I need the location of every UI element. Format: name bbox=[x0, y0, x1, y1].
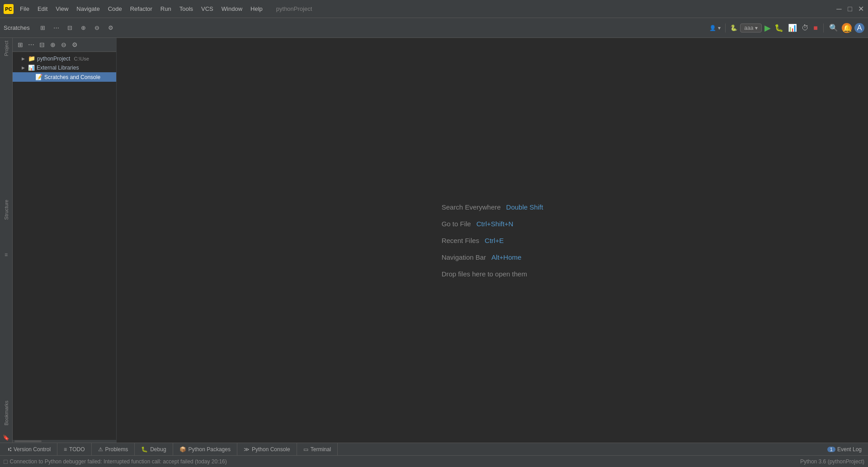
menu-run[interactable]: Run bbox=[157, 4, 175, 14]
tab-label-terminal: Terminal bbox=[311, 446, 331, 453]
horizontal-scrollbar[interactable] bbox=[14, 440, 42, 442]
minimize-button[interactable]: ─ bbox=[835, 5, 843, 13]
terminal-icon: ▭ bbox=[303, 446, 308, 453]
menu-refactor[interactable]: Refactor bbox=[127, 4, 156, 14]
close-button[interactable]: ✕ bbox=[857, 5, 864, 13]
project-panel: ⊞ ⋯ ⊟ ⊕ ⊖ ⚙ ▶ 📁 pythonProject C:\Use ▶ 📊… bbox=[13, 38, 117, 443]
folder-icon-python: 📁 bbox=[28, 55, 35, 62]
hint-shortcut-nav[interactable]: Alt+Home bbox=[491, 253, 521, 261]
sidebar-icon-1[interactable]: ≡ bbox=[5, 252, 8, 258]
tree-item-pythonproject[interactable]: ▶ 📁 pythonProject C:\Use bbox=[13, 54, 116, 63]
warning-icon: □ bbox=[4, 458, 7, 465]
tab-version-control[interactable]: ⑆ Version Control bbox=[2, 443, 57, 455]
user-badge: 👤 ▾ bbox=[709, 25, 721, 31]
user-dropdown-chevron: ▾ bbox=[718, 25, 721, 31]
panel-layout-button[interactable]: ⊞ bbox=[15, 40, 25, 50]
notifications-button[interactable]: 🔔 bbox=[842, 23, 852, 33]
editor-area[interactable]: Search Everywhere Double Shift Go to Fil… bbox=[117, 38, 868, 443]
bookmark-icon[interactable]: 🔖 bbox=[3, 434, 9, 441]
tab-problems[interactable]: ⚠ Problems bbox=[92, 443, 135, 455]
panel-expand-button[interactable]: ⊕ bbox=[48, 40, 58, 50]
tab-label-todo: TODO bbox=[69, 446, 85, 453]
menu-navigate[interactable]: Navigate bbox=[73, 4, 103, 14]
tree-label-scratches-console: Scratches and Console bbox=[44, 74, 100, 80]
python-packages-icon: 📦 bbox=[179, 446, 186, 453]
menu-vcs[interactable]: VCS bbox=[198, 4, 217, 14]
welcome-hints: Search Everywhere Double Shift Go to Fil… bbox=[442, 203, 543, 278]
project-title: pythonProject bbox=[276, 5, 312, 12]
collapse-all-button[interactable]: ⊟ bbox=[64, 22, 76, 34]
scratches-label: Scratches bbox=[4, 24, 30, 31]
scratches-icon: 📝 bbox=[35, 74, 42, 80]
hint-drop-files: Drop files here to open them bbox=[442, 270, 543, 278]
sidebar-item-bookmarks[interactable]: Bookmarks bbox=[2, 398, 10, 428]
tree-label-pythonproject: pythonProject bbox=[37, 56, 70, 62]
tab-todo[interactable]: ≡ TODO bbox=[57, 443, 91, 455]
debug-button[interactable]: 🐛 bbox=[774, 23, 784, 33]
tab-python-packages[interactable]: 📦 Python Packages bbox=[173, 443, 237, 455]
user-icon: 👤 bbox=[709, 25, 716, 31]
panel-dots-button[interactable]: ⋯ bbox=[26, 40, 36, 50]
maximize-button[interactable]: □ bbox=[846, 5, 854, 13]
app-icon: PC bbox=[4, 4, 14, 14]
menu-edit[interactable]: Edit bbox=[34, 4, 51, 14]
python-version-label[interactable]: Python 3.6 (pythonProject) bbox=[800, 458, 864, 465]
event-log-button[interactable]: 1 Event Log bbox=[823, 444, 866, 454]
panel-minus-button[interactable]: ⊖ bbox=[59, 40, 69, 50]
menu-help[interactable]: Help bbox=[247, 4, 266, 14]
coverage-button[interactable]: 📊 bbox=[787, 23, 798, 33]
menu-view[interactable]: View bbox=[52, 4, 72, 14]
tree-label-external-libraries: External Libraries bbox=[37, 65, 79, 71]
minus-button[interactable]: ⊖ bbox=[91, 22, 103, 34]
tab-label-version-control: Version Control bbox=[14, 446, 51, 453]
hint-text-drop: Drop files here to open them bbox=[442, 270, 527, 278]
hint-search-everywhere: Search Everywhere Double Shift bbox=[442, 203, 543, 211]
tree-item-external-libraries[interactable]: ▶ 📊 External Libraries bbox=[13, 63, 116, 72]
main-layout: Project Structure ≡ Bookmarks 🔖 ⊞ ⋯ ⊟ ⊕ … bbox=[0, 38, 868, 443]
tree-area: ▶ 📁 pythonProject C:\Use ▶ 📊 External Li… bbox=[13, 52, 116, 440]
run-button[interactable]: ▶ bbox=[764, 23, 771, 33]
menu-file[interactable]: File bbox=[16, 4, 33, 14]
dots-button[interactable]: ⋯ bbox=[51, 22, 62, 34]
panel-settings-button[interactable]: ⚙ bbox=[70, 40, 80, 50]
hint-text-nav: Navigation Bar bbox=[442, 253, 486, 261]
tab-debug[interactable]: 🐛 Debug bbox=[135, 443, 173, 455]
sidebar-item-project[interactable]: Project bbox=[2, 38, 10, 59]
expand-button[interactable]: ⊕ bbox=[78, 22, 90, 34]
tree-item-scratches-console[interactable]: 📝 Scratches and Console bbox=[13, 72, 116, 82]
run-config-chevron: ▾ bbox=[755, 25, 758, 31]
panel-toolbar: ⊞ ⋯ ⊟ ⊕ ⊖ ⚙ bbox=[13, 38, 116, 52]
right-toolbar: 👤 ▾ 🐍 aaa ▾ ▶ 🐛 📊 ⏱ ■ 🔍 🔔 A bbox=[709, 23, 864, 33]
status-warning-text: Connection to Python debugger failed: In… bbox=[9, 458, 226, 465]
hint-nav-bar: Navigation Bar Alt+Home bbox=[442, 253, 543, 261]
tab-python-console[interactable]: ≫ Python Console bbox=[237, 443, 297, 455]
settings-button[interactable]: ⚙ bbox=[105, 22, 117, 34]
problems-icon: ⚠ bbox=[98, 446, 103, 453]
menu-window[interactable]: Window bbox=[218, 4, 246, 14]
debug-icon: 🐛 bbox=[141, 446, 148, 453]
hint-shortcut-search[interactable]: Double Shift bbox=[506, 203, 543, 211]
title-bar: PC File Edit View Navigate Code Refactor… bbox=[0, 0, 868, 18]
tree-path-pythonproject: C:\Use bbox=[74, 56, 89, 61]
bottom-tabs-bar: ⑆ Version Control ≡ TODO ⚠ Problems 🐛 De… bbox=[0, 443, 868, 455]
run-config-selector[interactable]: aaa ▾ bbox=[740, 23, 762, 33]
panel-collapse-button[interactable]: ⊟ bbox=[37, 40, 47, 50]
avatar-button[interactable]: A bbox=[854, 23, 864, 33]
python-console-icon: ≫ bbox=[244, 446, 250, 453]
sidebar-item-structure[interactable]: Structure bbox=[2, 197, 10, 223]
event-log-badge: 1 bbox=[827, 447, 835, 452]
library-icon: 📊 bbox=[28, 65, 35, 71]
tab-terminal[interactable]: ▭ Terminal bbox=[297, 443, 338, 455]
search-button[interactable]: 🔍 bbox=[828, 23, 839, 33]
tab-label-debug: Debug bbox=[150, 446, 166, 453]
menu-code[interactable]: Code bbox=[104, 4, 126, 14]
todo-icon: ≡ bbox=[64, 446, 67, 453]
view-options-button[interactable]: ⊞ bbox=[37, 22, 49, 34]
hint-text-recent: Recent Files bbox=[442, 237, 479, 244]
profile-button[interactable]: ⏱ bbox=[801, 23, 810, 33]
stop-button[interactable]: ■ bbox=[812, 23, 819, 33]
left-sidebar-strip: Project Structure ≡ Bookmarks 🔖 bbox=[0, 38, 13, 443]
hint-shortcut-goto[interactable]: Ctrl+Shift+N bbox=[476, 220, 514, 228]
hint-shortcut-recent[interactable]: Ctrl+E bbox=[485, 237, 504, 244]
menu-tools[interactable]: Tools bbox=[176, 4, 197, 14]
